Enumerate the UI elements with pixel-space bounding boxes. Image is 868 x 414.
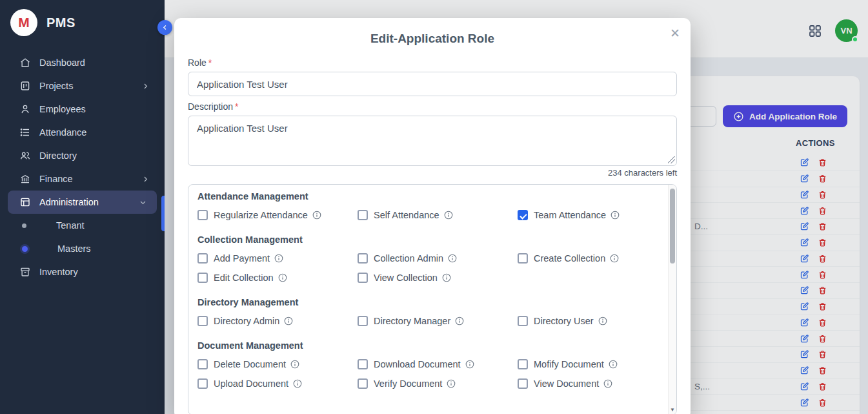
permission-team-attendance: Team Attendance <box>518 205 668 225</box>
scroll-down-arrow[interactable]: ▼ <box>669 406 676 413</box>
checkbox-create-collection[interactable] <box>518 253 528 264</box>
permission-label: Mofify Document <box>534 359 604 369</box>
sidebar-collapse-button[interactable] <box>157 20 172 35</box>
brand: M PMS <box>0 0 165 45</box>
sidebar-item-administration[interactable]: Administration <box>8 191 157 214</box>
checkbox-upload-document[interactable] <box>197 378 208 389</box>
checkbox-view-document[interactable] <box>518 378 528 389</box>
info-icon[interactable] <box>609 360 618 369</box>
info-icon[interactable] <box>465 360 474 369</box>
permission-self-attendance: Self Attendance <box>358 205 518 225</box>
char-counter: 234 characters left <box>188 168 677 178</box>
checkbox-view-collection[interactable] <box>358 273 368 283</box>
permission-group-title: Attendance Management <box>197 191 668 202</box>
sidebar-item-inventory[interactable]: Inventory <box>0 260 165 284</box>
sidebar-item-attendance[interactable]: Attendance <box>0 121 165 144</box>
description-textarea[interactable]: Application Test User <box>188 116 677 166</box>
checkbox-collection-admin[interactable] <box>358 253 368 264</box>
info-icon[interactable] <box>290 360 299 369</box>
checkbox-directory-manager[interactable] <box>358 316 368 326</box>
sidebar-item-projects[interactable]: Projects <box>0 74 165 98</box>
checkbox-edit-collection[interactable] <box>197 273 208 283</box>
sidebar-item-employees[interactable]: Employees <box>0 98 165 121</box>
bullet-icon <box>22 246 28 252</box>
info-icon[interactable] <box>611 211 620 220</box>
checkbox-delete-document[interactable] <box>197 359 208 369</box>
sidebar-item-tenant[interactable]: Tenant <box>0 214 165 237</box>
permission-grid: Regularize AttendanceSelf AttendanceTeam… <box>197 205 668 225</box>
bullet-icon <box>22 223 26 228</box>
checkbox-download-document[interactable] <box>358 359 368 369</box>
scrollbar[interactable]: ▼ <box>668 185 676 414</box>
description-label: Description* <box>188 101 677 112</box>
info-icon[interactable] <box>442 273 451 282</box>
info-icon[interactable] <box>284 316 293 326</box>
permission-add-payment: Add Payment <box>197 249 358 268</box>
sidebar-item-label: Directory <box>39 150 77 161</box>
info-icon[interactable] <box>455 316 464 326</box>
checkbox-add-payment[interactable] <box>197 253 208 264</box>
checkbox-mofify-document[interactable] <box>518 359 528 369</box>
sidebar-item-label: Dashboard <box>39 57 85 68</box>
permission-label: Download Document <box>374 359 461 369</box>
permission-group-title: Collection Management <box>197 234 668 245</box>
chevron-right-icon <box>141 174 150 184</box>
sidebar-item-label: Tenant <box>56 220 85 231</box>
permission-directory-admin: Directory Admin <box>197 311 358 331</box>
permission-group-attendance-management: Attendance ManagementRegularize Attendan… <box>197 191 668 225</box>
chevron-down-icon <box>138 198 148 207</box>
info-icon[interactable] <box>448 254 457 263</box>
info-icon[interactable] <box>603 379 612 388</box>
required-asterisk: * <box>235 101 238 112</box>
permission-label: Team Attendance <box>534 210 606 220</box>
permission-grid: Delete DocumentDownload DocumentMofify D… <box>197 355 668 393</box>
permission-label: Delete Document <box>214 359 286 369</box>
chevron-right-icon <box>141 81 150 91</box>
permission-group-document-management: Document ManagementDelete DocumentDownlo… <box>197 340 668 393</box>
pms-logo: M <box>10 9 37 36</box>
checkbox-directory-admin[interactable] <box>197 316 208 326</box>
checkbox-self-attendance[interactable] <box>358 210 368 220</box>
chevron-left-icon <box>161 23 169 32</box>
brand-name: PMS <box>46 16 76 30</box>
permission-regularize-attendance: Regularize Attendance <box>197 205 358 225</box>
role-label: Role* <box>188 57 677 68</box>
sidebar-item-finance[interactable]: Finance <box>0 167 165 191</box>
checkbox-regularize-attendance[interactable] <box>197 210 208 220</box>
sidebar-item-label: Attendance <box>39 127 86 138</box>
info-icon[interactable] <box>598 316 607 326</box>
permission-edit-collection: Edit Collection <box>197 268 358 287</box>
checkbox-verify-document[interactable] <box>358 378 368 389</box>
sidebar-item-dashboard[interactable]: Dashboard <box>0 51 165 74</box>
info-icon[interactable] <box>610 254 619 263</box>
sidebar-item-masters[interactable]: Masters <box>0 237 165 260</box>
textarea-resize-handle[interactable] <box>668 156 675 163</box>
sidebar-item-label: Projects <box>39 81 73 91</box>
info-icon[interactable] <box>444 211 453 220</box>
role-input[interactable] <box>188 72 677 96</box>
info-icon[interactable] <box>312 211 321 220</box>
permission-label: Upload Document <box>214 378 288 389</box>
permission-view-document: View Document <box>518 374 668 393</box>
scrollbar-thumb[interactable] <box>670 189 675 264</box>
permission-label: View Document <box>534 378 599 389</box>
permission-delete-document: Delete Document <box>197 355 358 374</box>
info-icon[interactable] <box>293 379 302 388</box>
info-icon[interactable] <box>278 273 287 282</box>
info-icon[interactable] <box>274 254 283 263</box>
permission-view-collection: View Collection <box>358 268 518 287</box>
close-icon[interactable]: ✕ <box>670 26 680 41</box>
administration-icon <box>19 196 31 208</box>
checkbox-directory-user[interactable] <box>518 316 528 326</box>
sidebar-item-directory[interactable]: Directory <box>0 144 165 167</box>
permission-verify-document: Verify Document <box>358 374 518 393</box>
permission-upload-document: Upload Document <box>197 374 358 393</box>
permissions-box: Attendance ManagementRegularize Attendan… <box>188 184 677 414</box>
permission-grid: Add PaymentCollection AdminCreate Collec… <box>197 249 668 287</box>
sidebar-item-label: Finance <box>39 174 73 184</box>
checkbox-team-attendance[interactable] <box>518 210 528 220</box>
permission-group-title: Document Management <box>197 340 668 351</box>
permission-label: Self Attendance <box>374 210 439 220</box>
info-icon[interactable] <box>447 379 456 388</box>
sidebar-item-label: Masters <box>57 243 91 254</box>
